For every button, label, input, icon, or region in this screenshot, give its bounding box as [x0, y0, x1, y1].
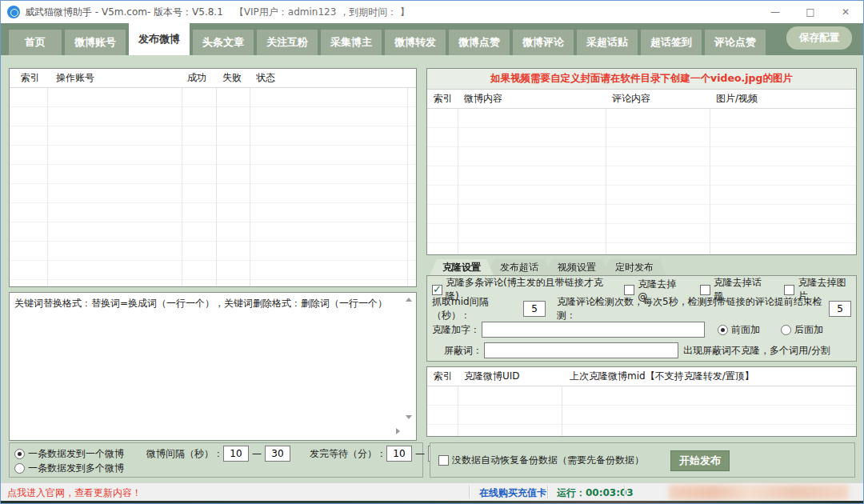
status-separator: [547, 486, 548, 498]
radio-prepend[interactable]: [718, 325, 728, 335]
add-text-label: 克隆加字：: [432, 323, 480, 337]
detect-count-input[interactable]: [829, 301, 851, 317]
tab-collect-supertopic[interactable]: 采超话贴: [577, 30, 638, 55]
save-config-button[interactable]: 保存配置: [786, 26, 852, 50]
status-separator: [469, 486, 470, 498]
range-dash: —: [415, 448, 425, 459]
clone-table-body[interactable]: [427, 386, 856, 436]
add-text-input[interactable]: [482, 322, 705, 338]
wait-label: 发完等待（分）：: [310, 447, 386, 461]
column-separator: [407, 69, 408, 286]
clone-table: 索引 克隆微博UID 上次克隆微博mid【不支持克隆转发/置顶】: [426, 366, 857, 437]
col-index: 索引: [434, 370, 453, 383]
run-label: 运行：: [557, 487, 586, 498]
radio-label: 后面加: [794, 323, 823, 337]
col-index: 索引: [21, 71, 40, 85]
window-bottom-edge: [1, 501, 863, 504]
buy-card-link[interactable]: 在线购买充值卡: [479, 486, 546, 500]
tab-follow[interactable]: 关注互粉: [257, 30, 318, 55]
column-separator: [710, 90, 710, 254]
subtab-clone-settings[interactable]: 克隆设置: [430, 259, 494, 275]
watermark-blur: [669, 485, 849, 500]
keywords-hint-text: 关键词替换格式：替换词=换成词（一行一个），关键词删除格式：删除词（一行一个）: [10, 293, 416, 314]
main-area: 索引 操作账号 成功 失败 状态 关键词替换格式：替换词=换成词（一行一个），关…: [1, 55, 864, 482]
close-icon[interactable]: ✕: [828, 1, 863, 23]
send-options-box: 一条数据发到一个微博 微博间隔（秒）： — 发完等待（分）： — 一条数据发到多…: [9, 442, 423, 478]
minimize-icon[interactable]: —: [758, 1, 793, 23]
checkbox-restore-backup[interactable]: [438, 455, 449, 466]
checkbox-clone-multi-comments[interactable]: [432, 285, 442, 295]
tab-weibo-accounts[interactable]: 微博账号: [65, 30, 126, 55]
checkbox-remove-image[interactable]: [784, 285, 794, 295]
radio-append[interactable]: [781, 325, 791, 335]
column-separator: [47, 69, 48, 286]
col-failed: 失败: [222, 71, 242, 85]
tab-comment-like[interactable]: 评论点赞: [705, 30, 766, 55]
clone-table-header: 索引 克隆微博UID 上次克隆微博mid【不支持克隆转发/置顶】: [427, 367, 856, 386]
checkbox-label: 没数据自动恢复备份数据（需要先备份数据）: [452, 454, 644, 467]
tab-supertopic-checkin[interactable]: 超话签到: [641, 30, 702, 55]
content-table: 索引 微博内容 评论内容 图片/视频: [427, 90, 856, 254]
col-status: 状态: [256, 71, 275, 85]
tab-weibo-repost[interactable]: 微博转发: [385, 30, 446, 55]
accounts-table: 索引 操作账号 成功 失败 状态: [9, 68, 417, 287]
tab-home[interactable]: 首页: [9, 30, 62, 55]
block-words-input[interactable]: [484, 342, 678, 358]
weibo-content-box: 如果视频需要自定义封面请在软件目录下创建一个video.jpg的图片 索引 微博…: [426, 68, 857, 255]
scroll-up-icon[interactable]: [406, 298, 412, 302]
radio-one-data-one-weibo[interactable]: [14, 449, 25, 459]
column-separator: [250, 69, 250, 286]
keywords-textarea[interactable]: 关键词替换格式：替换词=换成词（一行一个），关键词删除格式：删除词（一行一个）: [9, 292, 417, 441]
vip-info: 【VIP用户：admin123 ，到期时间： 】: [234, 6, 410, 19]
official-site-link[interactable]: 点我进入官网，查看更新内容！: [7, 486, 142, 500]
radio-one-data-many-weibo[interactable]: [14, 463, 25, 474]
video-cover-hint: 如果视频需要自定义封面请在软件目录下创建一个video.jpg的图片: [427, 69, 856, 90]
start-publish-button[interactable]: 开始发布: [670, 450, 730, 471]
col-weibo-content: 微博内容: [464, 92, 502, 106]
weibo-interval-label: 微博间隔（秒）：: [146, 447, 223, 461]
settings-subtabs: 克隆设置 发布超话 视频设置 定时发布: [430, 259, 660, 275]
subtab-scheduled-publish[interactable]: 定时发布: [602, 259, 666, 275]
col-clone-uid: 克隆微博UID: [464, 370, 520, 383]
interval-to-input[interactable]: [265, 446, 290, 462]
scroll-right-icon[interactable]: [396, 428, 400, 434]
col-comment-content: 评论内容: [612, 92, 650, 106]
tab-collect-bloggers[interactable]: 采集博主: [321, 30, 382, 55]
col-index: 索引: [434, 92, 453, 106]
subtab-video-settings[interactable]: 视频设置: [545, 259, 609, 275]
status-separator: [624, 486, 625, 498]
window-title: 威武猫微博助手 - V5m.com- 版本号：V5.8.1: [25, 6, 223, 19]
window-controls: — □ ✕: [758, 1, 863, 23]
mid-interval-input[interactable]: [523, 301, 546, 317]
checkbox-remove-at[interactable]: [624, 285, 634, 295]
tab-headline-articles[interactable]: 头条文章: [193, 30, 254, 55]
col-media: 图片/视频: [716, 92, 758, 106]
col-account: 操作账号: [56, 71, 94, 85]
tab-weibo-like[interactable]: 微博点赞: [449, 30, 510, 55]
tab-publish-weibo[interactable]: 发布微博: [129, 23, 190, 55]
main-tab-bar: 首页 微博账号 发布微博 头条文章 关注互粉 采集博主 微博转发 微博点赞 微博…: [1, 23, 863, 55]
radio-label: 前面加: [731, 323, 760, 337]
accounts-table-body[interactable]: [10, 88, 416, 286]
column-separator: [606, 90, 606, 254]
wait-from-input[interactable]: [386, 446, 412, 462]
column-separator: [458, 90, 458, 254]
tab-weibo-comment[interactable]: 微博评论: [513, 30, 574, 55]
interval-from-input[interactable]: [223, 446, 249, 462]
col-last-mid: 上次克隆微博mid【不支持克隆转发/置顶】: [570, 370, 754, 383]
checkbox-remove-topic[interactable]: [700, 285, 710, 295]
column-separator: [182, 69, 182, 286]
content-table-body[interactable]: [427, 109, 856, 254]
run-time: 运行：00:03:03: [557, 486, 634, 500]
clone-settings-panel: 克隆多条评论(博主发的且带链接才克隆) 克隆去掉@ 克隆去掉话题 克隆去掉图片 …: [426, 275, 857, 362]
accounts-table-header: 索引 操作账号 成功 失败 状态: [10, 69, 416, 88]
range-dash: —: [252, 448, 262, 459]
title-bar[interactable]: 威武猫微博助手 - V5m.com- 版本号：V5.8.1 【VIP用户：adm…: [1, 1, 863, 23]
col-success: 成功: [187, 71, 206, 85]
maximize-icon[interactable]: □: [793, 1, 828, 23]
detect-label: 克隆评论检测次数，每次5秒，检测到带链接的评论提前结束检测：: [557, 295, 826, 322]
scroll-down-icon[interactable]: [406, 415, 412, 419]
radio-label: 一条数据发到多个微博: [28, 462, 124, 475]
subtab-publish-supertopic[interactable]: 发布超话: [487, 259, 551, 275]
content-table-header: 索引 微博内容 评论内容 图片/视频: [427, 90, 856, 109]
